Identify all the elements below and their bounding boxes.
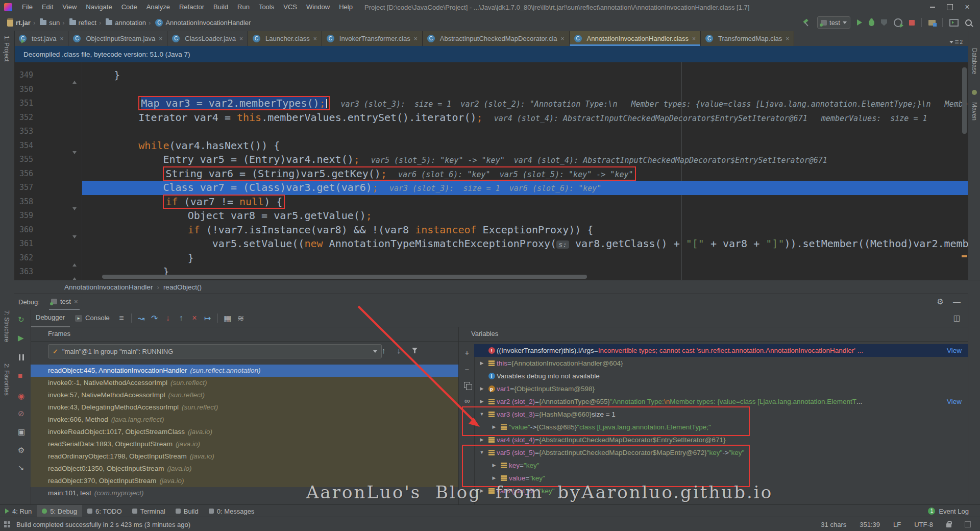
- run-to-cursor-icon[interactable]: ↦: [201, 313, 214, 323]
- stop-button[interactable]: [909, 20, 915, 26]
- horizontal-scrollbar[interactable]: [102, 275, 587, 279]
- code-line[interactable]: 349}: [14, 68, 968, 83]
- run-dashboard-icon[interactable]: [949, 19, 959, 27]
- variable-row[interactable]: ▶var4 (slot_4) = {AbstractInputCheckedMa…: [474, 433, 968, 446]
- thread-dump-icon[interactable]: ▣: [18, 428, 25, 436]
- settings-gear-icon[interactable]: ⚙: [937, 297, 944, 306]
- variable-row[interactable]: ▶value = "key": [474, 472, 968, 485]
- rerun-icon[interactable]: ↻: [18, 316, 24, 324]
- restore-layout-icon[interactable]: ◫: [953, 313, 961, 323]
- pin-tab-icon[interactable]: ↘: [18, 464, 24, 472]
- toolwindow-button-build[interactable]: Build: [170, 505, 204, 517]
- layout-options-icon[interactable]: ≡: [115, 313, 128, 323]
- close-tab-icon[interactable]: ×: [692, 35, 696, 42]
- line-number[interactable]: 363: [19, 265, 43, 279]
- expand-icon[interactable]: ▶: [489, 421, 499, 433]
- menu-edit[interactable]: Edit: [37, 0, 58, 14]
- close-tab-icon[interactable]: ×: [313, 35, 317, 42]
- toolwindow-button-5-debug[interactable]: 5: Debug: [37, 505, 82, 517]
- drop-frame-icon[interactable]: ×: [188, 313, 201, 323]
- expand-icon[interactable]: ▶: [477, 485, 486, 497]
- editor-tab[interactable]: Ctest.java×: [14, 31, 68, 46]
- menu-file[interactable]: File: [17, 0, 37, 14]
- code-line[interactable]: 360if (!var7.isInstance(var8) && !(var8 …: [14, 223, 968, 237]
- force-step-into-icon[interactable]: ↓: [161, 313, 175, 323]
- editor-tab[interactable]: CAnnotationInvocationHandler.class×: [570, 31, 701, 46]
- file-encoding[interactable]: UTF-8: [914, 521, 933, 528]
- stack-frame-row[interactable]: readSerialData:1893, ObjectInputStream(j…: [31, 438, 458, 450]
- add-watch-icon[interactable]: +: [465, 348, 470, 357]
- close-tab-icon[interactable]: ×: [786, 35, 789, 42]
- hidden-tabs-dropdown[interactable]: ≡2: [949, 38, 968, 46]
- run-configuration-selector[interactable]: test: [817, 16, 850, 29]
- menu-analyze[interactable]: Analyze: [142, 0, 175, 14]
- fold-marker-icon[interactable]: [72, 270, 77, 280]
- show-watches-icon[interactable]: ∞: [464, 396, 470, 405]
- line-number[interactable]: 350: [19, 83, 43, 97]
- view-breakpoints-icon[interactable]: ◉: [18, 392, 24, 400]
- collapse-icon[interactable]: ▼: [477, 408, 486, 421]
- caret-position[interactable]: 351:39: [860, 521, 880, 528]
- evaluate-expression-icon[interactable]: ▦: [221, 313, 234, 323]
- code-line[interactable]: 352Iterator var4 = this.memberValues.ent…: [14, 111, 968, 125]
- line-number[interactable]: 362: [19, 251, 43, 266]
- duplicate-watch-icon[interactable]: [464, 382, 470, 388]
- view-link[interactable]: View: [947, 395, 962, 408]
- minimize-button[interactable]: [924, 1, 941, 14]
- close-tab-icon[interactable]: ×: [561, 35, 565, 42]
- stack-frame-row[interactable]: readObject:370, ObjectInputStream(java.i…: [31, 475, 458, 487]
- menu-vcs[interactable]: VCS: [279, 0, 302, 14]
- project-structure-icon[interactable]: [928, 20, 936, 26]
- tab-debugger[interactable]: Debugger: [31, 309, 70, 327]
- line-number[interactable]: 358: [19, 195, 43, 209]
- search-everywhere-icon[interactable]: [965, 19, 972, 26]
- menu-code[interactable]: Code: [117, 0, 142, 14]
- ant-build-icon[interactable]: [972, 90, 977, 95]
- menu-refactor[interactable]: Refactor: [175, 0, 209, 14]
- breadcrumb-item[interactable]: rt.jar: [2, 18, 31, 27]
- debugger-settings-icon[interactable]: ⚙: [18, 446, 24, 454]
- breadcrumb-item[interactable]: sun: [40, 19, 60, 27]
- stack-frame-row[interactable]: invoke:606, Method(java.lang.reflect): [31, 414, 458, 426]
- close-tab-icon[interactable]: ×: [239, 35, 243, 42]
- line-number[interactable]: 361: [19, 237, 43, 251]
- editor-tab[interactable]: CInvokerTransformer.clas×: [322, 31, 423, 46]
- line-number[interactable]: 352: [19, 111, 43, 125]
- menu-tools[interactable]: Tools: [254, 0, 279, 14]
- tab-console[interactable]: ▸ Console: [70, 309, 115, 327]
- line-number[interactable]: 355: [19, 153, 43, 167]
- editor-tab[interactable]: CClassLoader.java×: [167, 31, 248, 46]
- toolwindow-button-0-messages[interactable]: 0: Messages: [204, 505, 260, 517]
- step-out-icon[interactable]: ↑: [175, 313, 188, 323]
- view-link[interactable]: View: [947, 344, 962, 357]
- remove-watch-icon[interactable]: −: [465, 365, 470, 374]
- line-number[interactable]: 357: [19, 181, 43, 195]
- toolwindow-switcher-icon[interactable]: [4, 521, 10, 527]
- stack-frame-row[interactable]: readOrdinaryObject:1798, ObjectInputStre…: [31, 450, 458, 463]
- line-number[interactable]: 349: [19, 68, 43, 83]
- editor-tab[interactable]: CLauncher.class×: [248, 31, 322, 46]
- menu-run[interactable]: Run: [233, 0, 254, 14]
- show-execution-point-icon[interactable]: ↝: [135, 313, 148, 323]
- stack-frame-row[interactable]: invoke:57, NativeMethodAccessorImpl(sun.…: [31, 389, 458, 401]
- thread-selector[interactable]: ✓ "main"@1 in group "main": RUNNING: [48, 344, 382, 358]
- menu-navigate[interactable]: Navigate: [81, 0, 116, 14]
- line-number[interactable]: 351: [19, 96, 43, 111]
- variable-row[interactable]: ▶key = "key": [474, 459, 968, 472]
- stack-frame-row[interactable]: readObject:445, AnnotationInvocationHand…: [31, 365, 458, 377]
- stack-frame-row[interactable]: invoke0:-1, NativeMethodAccessorImpl(sun…: [31, 377, 458, 389]
- stack-frame-row[interactable]: invoke:43, DelegatingMethodAccessorImpl(…: [31, 401, 458, 414]
- vertical-scrollbar[interactable]: [962, 67, 967, 134]
- variable-row[interactable]: iVariables debug info not available: [474, 370, 968, 382]
- code-line[interactable]: 355Entry var5 = (Entry)var4.next();var5 …: [14, 153, 968, 167]
- variable-row[interactable]: ▶pvar1 = {ObjectInputStream@598}: [474, 382, 968, 395]
- editor-tab[interactable]: CTransformedMap.clas×: [701, 31, 794, 46]
- stop-process-icon[interactable]: ■: [18, 372, 22, 380]
- code-line[interactable]: 356String var6 = (String)var5.getKey();v…: [14, 167, 968, 181]
- build-project-icon[interactable]: [803, 19, 811, 27]
- menu-help[interactable]: Help: [334, 0, 357, 14]
- hide-frames-filter-icon[interactable]: [412, 348, 418, 353]
- code-line[interactable]: 358if (var7 != null) {: [14, 195, 968, 209]
- toolwindow-button-project[interactable]: 1: Project: [3, 36, 10, 62]
- toolwindow-button-structure[interactable]: 7: Structure: [3, 310, 10, 342]
